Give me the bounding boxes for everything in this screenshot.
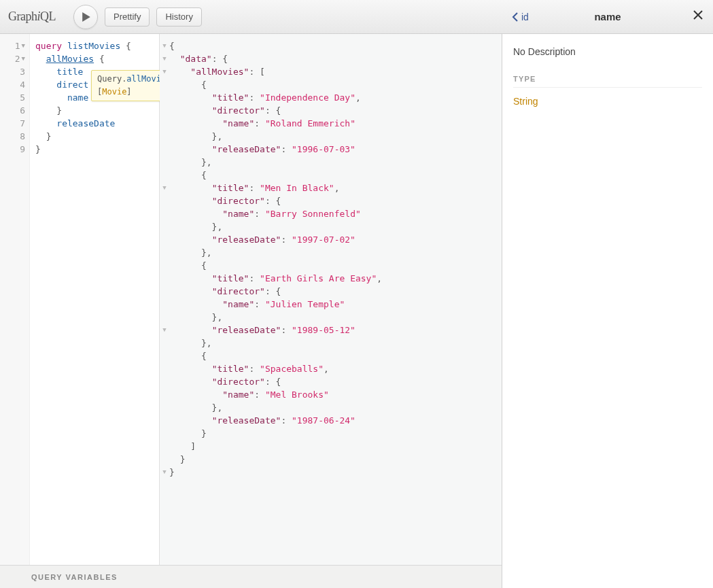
chevron-left-icon [512, 12, 519, 22]
docs-title: name [502, 11, 713, 22]
result-gutter-line [160, 220, 169, 233]
docs-body: No Description TYPE String [502, 34, 713, 119]
result-gutter-line [160, 169, 169, 181]
result-gutter-line [160, 311, 169, 324]
left-panel: 1 ▼2 ▼3456789 query listMovies { allMovi… [0, 34, 502, 588]
docs-back-label: id [521, 12, 529, 22]
result-gutter-line [160, 91, 169, 104]
result-gutter: ▼▼▼▼▼▼ [160, 39, 169, 559]
result-gutter-line [160, 156, 169, 169]
result-gutter-line [160, 362, 169, 375]
gutter-line: 4 [3, 78, 25, 91]
result-gutter-line [160, 246, 169, 259]
result-gutter-line: ▼ [160, 181, 169, 194]
gutter-line: 9 [3, 143, 25, 156]
result-gutter-line [160, 194, 169, 207]
result-gutter-line [160, 388, 169, 401]
app-logo: GraphiQL [8, 10, 56, 24]
result-gutter-line [160, 375, 169, 388]
result-gutter-line [160, 143, 169, 156]
result-gutter-line: ▼ [160, 324, 169, 336]
result-gutter-line [160, 401, 169, 414]
gutter-line: 1 ▼ [3, 39, 25, 52]
gutter-line: 3 [3, 65, 25, 78]
result-gutter-line [160, 259, 169, 272]
query-variables-bar[interactable]: QUERY VARIABLES [0, 565, 502, 588]
result-gutter-line [160, 349, 169, 362]
result-gutter-line [160, 427, 169, 440]
docs-panel: id name No Description TYPE String [502, 34, 713, 588]
result-gutter-line [160, 453, 169, 466]
close-icon [693, 10, 703, 20]
docs-description: No Description [513, 46, 702, 57]
query-code[interactable]: query listMovies { allMovies { title dir… [30, 34, 137, 565]
result-code: { "data": { "allMovies": [ { "title": "I… [169, 39, 382, 559]
result-gutter-line [160, 414, 169, 427]
run-button[interactable] [73, 5, 98, 29]
gutter-line: 5 [3, 91, 25, 104]
result-gutter-line [160, 285, 169, 298]
docs-back-button[interactable]: id [512, 12, 529, 22]
gutter-line: 7 [3, 117, 25, 130]
docs-close-button[interactable] [693, 10, 703, 24]
result-gutter-line: ▼ [160, 39, 169, 52]
gutter-line: 6 [3, 104, 25, 117]
gutter-line: 8 [3, 130, 25, 143]
result-gutter-line [160, 440, 169, 453]
result-gutter-line [160, 78, 169, 91]
result-viewer[interactable]: ▼▼▼▼▼▼ { "data": { "allMovies": [ { "tit… [160, 34, 502, 565]
result-gutter-line [160, 336, 169, 349]
result-gutter-line [160, 298, 169, 311]
main-area: 1 ▼2 ▼3456789 query listMovies { allMovi… [0, 34, 713, 588]
result-gutter-line [160, 272, 169, 285]
prettify-button[interactable]: Prettify [105, 7, 150, 27]
docs-header: id name [502, 0, 713, 34]
result-gutter-line [160, 233, 169, 246]
query-editor[interactable]: 1 ▼2 ▼3456789 query listMovies { allMovi… [0, 34, 160, 565]
gutter-line: 2 ▼ [3, 52, 25, 65]
result-gutter-line [160, 104, 169, 117]
query-gutter: 1 ▼2 ▼3456789 [0, 34, 30, 565]
docs-type-link[interactable]: String [513, 96, 702, 107]
result-gutter-line: ▼ [160, 466, 169, 479]
result-gutter-line: ▼ [160, 65, 169, 78]
result-gutter-line [160, 130, 169, 143]
result-gutter-line [160, 117, 169, 130]
play-icon [82, 12, 91, 22]
docs-type-label: TYPE [513, 75, 702, 88]
result-gutter-line: ▼ [160, 52, 169, 65]
history-button[interactable]: History [156, 7, 201, 27]
editors: 1 ▼2 ▼3456789 query listMovies { allMovi… [0, 34, 502, 565]
result-gutter-line [160, 207, 169, 220]
